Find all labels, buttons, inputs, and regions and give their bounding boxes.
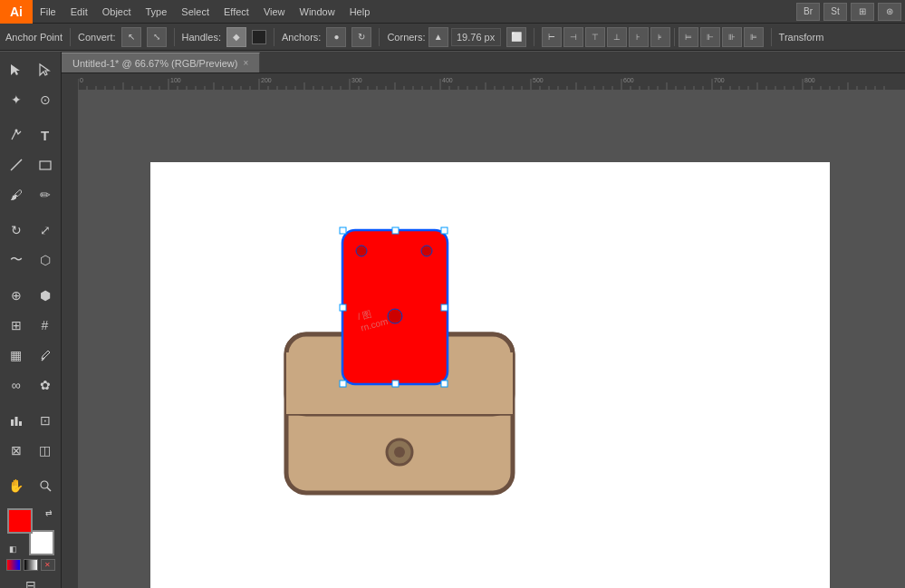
align-bottom-btn[interactable]: ⊧ [650,27,670,47]
convert-btn-2[interactable]: ⤡ [147,27,167,47]
tool-row-3: T [2,120,60,149]
menu-select[interactable]: Select [174,0,217,23]
rectangle-tool[interactable] [31,150,60,179]
swap-colors-icon[interactable]: ⇄ [45,508,53,517]
pen-tool[interactable] [2,120,31,149]
convert-btn-1[interactable]: ↖ [121,27,141,47]
corners-input[interactable] [451,28,501,46]
color-mode-btn[interactable] [6,559,21,571]
svg-line-1 [11,159,22,170]
grid-layout-btn[interactable]: ⊞ [851,3,874,21]
stock-icon-btn[interactable]: St [823,3,847,21]
menu-type[interactable]: Type [139,0,175,23]
menu-object[interactable]: Object [95,0,139,23]
selection-tool[interactable] [2,55,31,84]
lasso-tool[interactable]: ⊙ [31,85,60,114]
tool-row-11: ∞ ✿ [2,371,60,400]
mesh-tool[interactable]: # [31,311,60,340]
menu-edit[interactable]: Edit [63,0,95,23]
anchors-btn-1[interactable]: ● [326,27,346,47]
tab-close-btn[interactable]: × [243,58,248,68]
eyedropper-tool[interactable] [31,341,60,370]
svg-point-7 [41,481,48,488]
perspective-grid-tool[interactable]: ⊞ [2,311,31,340]
eraser-tool[interactable]: ◫ [31,436,60,465]
svg-text:100: 100 [170,77,181,83]
symbol-sprayer-tool[interactable]: ✿ [31,371,60,400]
distribute-h-btn[interactable]: ⊨ [679,27,698,47]
separator-6 [674,28,675,46]
align-top-btn[interactable]: ⊥ [607,27,627,47]
toolbar: ✦ ⊙ T 🖌 ✏ ↻ ⤢ 〜 ⬡ ⊕ ⬢ ⊞ # ▦ [0,52,62,588]
separator-7 [771,28,772,46]
canvas-content: / 图rn.com [78,90,905,588]
svg-rect-127 [441,304,448,311]
scale-tool[interactable]: ⤢ [31,216,60,245]
magic-wand-tool[interactable]: ✦ [2,85,31,114]
artboard-tool[interactable]: ⊡ [31,406,60,435]
ruler-horizontal: 0100200300400500600700800 [78,73,905,90]
libraries-tool[interactable]: ⊟ [16,571,45,588]
pencil-tool[interactable]: ✏ [31,180,60,209]
handles-label: Handles: [182,32,221,43]
tool-row-9: ⊞ # [2,311,60,340]
slice-tool[interactable]: ⊠ [2,436,31,465]
zoom-tool[interactable] [31,471,60,500]
document-tab[interactable]: Untitled-1* @ 66.67% (RGB/Preview) × [62,53,260,72]
hand-tool[interactable]: ✋ [2,471,31,500]
svg-rect-6 [19,421,22,426]
corners-label: Corners: [387,32,425,43]
align-center-h-btn[interactable]: ⊣ [563,27,583,47]
tab-zoom: 66.67% [135,58,168,69]
broadcast-btn[interactable]: ⊛ [878,3,901,21]
free-distort-tool[interactable]: ⬡ [31,246,60,275]
line-tool[interactable] [2,150,31,179]
column-graph-tool[interactable] [2,406,31,435]
paintbrush-tool[interactable]: 🖌 [2,180,31,209]
ruler-vertical [62,73,78,588]
menu-help[interactable]: Help [342,0,378,23]
align-left-btn[interactable]: ⊢ [542,27,562,47]
default-colors-icon[interactable]: ◧ [9,545,17,554]
align-right-btn[interactable]: ⊤ [585,27,605,47]
align-center-v-btn[interactable]: ⊦ [629,27,649,47]
canvas-area[interactable]: 0100200300400500600700800 [62,73,905,588]
menu-right-icons: Br St ⊞ ⊛ [796,3,905,21]
svg-rect-2 [40,161,51,169]
distribute-v-btn[interactable]: ⊩ [700,27,720,47]
shape-builder-tool[interactable]: ⊕ [2,281,31,310]
corner-style-btn[interactable]: ⬜ [506,27,526,47]
menu-file[interactable]: File [33,0,63,23]
menu-bar: Ai File Edit Object Type Select Effect V… [0,0,905,24]
corners-up-btn[interactable]: ▲ [428,27,448,47]
svg-rect-126 [340,304,346,311]
type-tool[interactable]: T [31,120,60,149]
blend-tool[interactable]: ∞ [2,371,31,400]
svg-text:400: 400 [442,77,453,83]
background-color-swatch[interactable] [29,530,54,555]
svg-rect-4 [11,419,14,426]
anchors-btn-2[interactable]: ↻ [351,27,371,47]
menu-effect[interactable]: Effect [217,0,256,23]
distribute-sp-v-btn[interactable]: ⊫ [744,27,764,47]
distribute-sp-h-btn[interactable]: ⊪ [722,27,742,47]
none-mode-btn[interactable]: ✕ [41,559,55,571]
menu-view[interactable]: View [256,0,293,23]
menu-items: File Edit Object Type Select Effect View… [33,0,377,23]
direct-selection-tool[interactable] [31,55,60,84]
rotate-tool[interactable]: ↻ [2,216,31,245]
handles-swatch[interactable] [252,30,266,44]
handles-btn-1[interactable]: ◆ [226,27,246,47]
live-paint-tool[interactable]: ⬢ [31,281,60,310]
gradient-mode-btn[interactable] [24,559,38,571]
foreground-color-swatch[interactable] [7,508,33,534]
menu-window[interactable]: Window [293,0,342,23]
separator-4 [379,28,380,46]
warp-tool[interactable]: 〜 [2,246,31,275]
transform-label: Transform [779,32,824,43]
svg-point-117 [356,246,367,256]
svg-text:800: 800 [804,77,815,83]
app-logo: Ai [0,0,33,24]
gradient-tool[interactable]: ▦ [2,341,31,370]
bridge-icon-btn[interactable]: Br [796,3,820,21]
